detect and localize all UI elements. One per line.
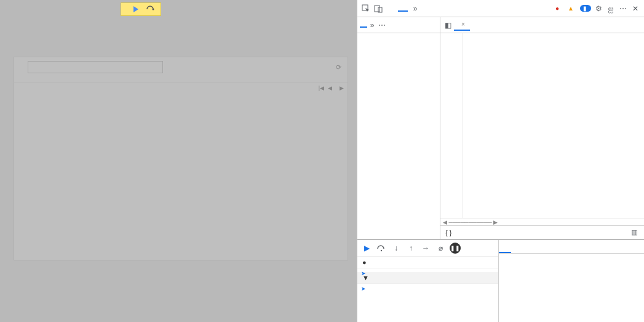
device-icon[interactable] <box>373 4 383 14</box>
debugger-paused-badge <box>121 2 161 16</box>
paused-overlay <box>0 0 357 322</box>
thread-file[interactable] <box>357 268 498 272</box>
pause-icon[interactable]: ❚❚ <box>450 243 461 254</box>
more-icon[interactable]: ⋯ <box>618 4 628 14</box>
navigator-pane: » ⋯ <box>357 17 440 239</box>
close-devtools-icon[interactable]: ✕ <box>630 4 640 14</box>
devtools-topbar: » ▮ ⚙ ஐ ⋯ ✕ <box>357 0 644 17</box>
warning-badge[interactable] <box>565 4 578 12</box>
close-tab-icon[interactable]: × <box>461 21 465 28</box>
more-tabs-icon[interactable]: » <box>410 4 420 14</box>
error-badge[interactable] <box>553 4 563 12</box>
call-stack-header[interactable]: ▼ <box>357 272 498 284</box>
svg-point-0 <box>153 9 154 10</box>
nav-left-icon[interactable]: ◧ <box>443 20 453 30</box>
deactivate-bp-icon[interactable]: ⌀ <box>435 243 446 254</box>
page-tab[interactable] <box>360 23 367 28</box>
editor-pane: ◧ × ◀ ─────────── ▶ { } ▥ <box>440 17 644 239</box>
resume-icon[interactable]: ▶ <box>361 243 372 254</box>
scope-tab[interactable] <box>499 240 511 253</box>
debugger-pane: ▶ ↓ ↑ → ⌀ ❚❚ ● ▼ <box>357 240 499 322</box>
step-icon[interactable]: → <box>420 243 431 254</box>
editor-status: { } ▥ <box>440 225 644 239</box>
code-editor[interactable] <box>463 33 644 218</box>
debugger-resume-icon[interactable] <box>131 5 141 14</box>
editor-tab-grid[interactable] <box>471 23 481 28</box>
coverage-icon[interactable]: ▥ <box>629 228 639 238</box>
watch-tab[interactable] <box>511 240 523 253</box>
scope-pane <box>499 240 644 322</box>
editor-scrollbar[interactable]: ◀ ─────────── ▶ <box>440 218 644 225</box>
step-over-icon[interactable] <box>376 243 387 254</box>
whatsnew-icon[interactable]: ஐ <box>606 4 616 14</box>
editor-tab-index[interactable]: × <box>454 19 470 31</box>
thread-row[interactable]: ● <box>357 257 498 268</box>
settings-icon[interactable]: ⚙ <box>594 4 603 14</box>
step-out-icon[interactable]: ↑ <box>405 243 416 254</box>
svg-point-4 <box>381 250 382 251</box>
inspect-icon[interactable] <box>361 4 371 14</box>
stack-frame[interactable] <box>357 284 498 288</box>
pretty-print-icon[interactable]: { } <box>445 229 451 236</box>
debugger-step-icon[interactable] <box>146 5 156 14</box>
more-nav-icon[interactable]: » <box>367 20 377 30</box>
tab-sources[interactable] <box>398 6 408 12</box>
step-into-icon[interactable]: ↓ <box>391 243 402 254</box>
devtools-panel: » ▮ ⚙ ஐ ⋯ ✕ » ⋯ ◧ × <box>357 0 644 322</box>
tab-elements[interactable] <box>386 6 396 12</box>
info-badge[interactable]: ▮ <box>580 5 591 12</box>
nav-menu-icon[interactable]: ⋯ <box>377 20 387 30</box>
svg-rect-2 <box>375 6 380 12</box>
